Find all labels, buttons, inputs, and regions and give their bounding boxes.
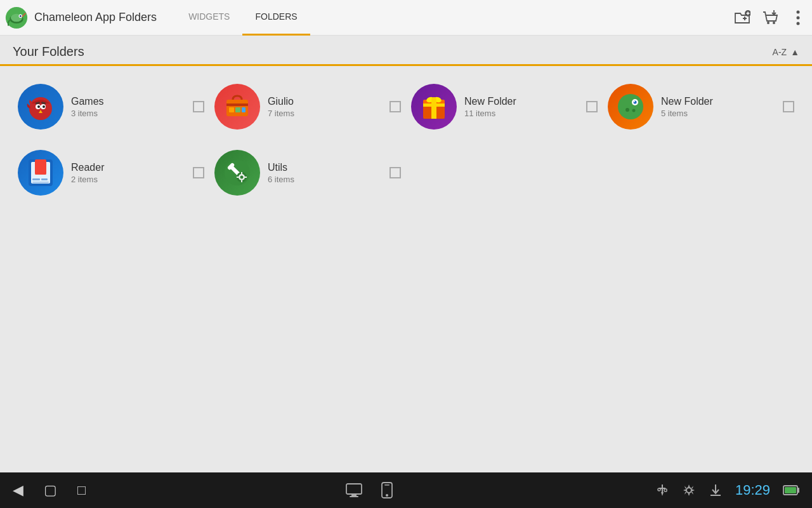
svg-rect-28	[242, 107, 246, 112]
folder-count-reader: 2 items	[71, 175, 193, 184]
folder-checkbox-games[interactable]	[193, 101, 204, 112]
folder-info-reader: Reader 2 items	[71, 162, 193, 184]
folder-count-new1: 11 items	[464, 109, 586, 118]
folder-name-reader: Reader	[71, 162, 193, 173]
more-options-button[interactable]	[789, 9, 807, 27]
sort-control[interactable]: A-Z ▲	[773, 47, 799, 57]
recents-button[interactable]: □	[77, 482, 86, 498]
tab-folders[interactable]: FOLDERS	[242, 0, 310, 36]
reader-icon	[25, 157, 56, 189]
svg-point-10	[767, 22, 769, 24]
svg-rect-76	[785, 487, 796, 493]
folder-icon-giulio	[214, 84, 260, 130]
svg-rect-48	[41, 178, 48, 180]
new-folder-icon	[734, 10, 750, 26]
main-content: Your Folders A-Z ▲	[0, 36, 812, 472]
svg-point-13	[797, 10, 800, 13]
svg-point-40	[634, 101, 635, 102]
svg-point-36	[618, 94, 643, 119]
folder-item-giulio[interactable]: Giulio 7 items	[209, 76, 406, 137]
tabs-container: WIDGETS FOLDERS	[176, 0, 310, 35]
phone-icon	[378, 481, 396, 499]
folder-info-utils: Utils 6 items	[268, 162, 390, 184]
svg-rect-60	[346, 484, 362, 494]
svg-rect-47	[32, 178, 40, 180]
svg-point-71	[686, 488, 691, 493]
folder-info-new2: New Folder 5 items	[661, 96, 783, 118]
svg-point-42	[632, 109, 636, 112]
folder-count-games: 3 items	[71, 109, 193, 118]
svg-point-14	[797, 16, 800, 19]
tab-widgets[interactable]: WIDGETS	[176, 0, 242, 36]
app-bar: Chameleon App Folders WIDGETS FOLDERS	[0, 0, 812, 36]
battery-icon	[783, 485, 799, 496]
folder-checkbox-reader[interactable]	[193, 167, 204, 178]
system-icon	[682, 483, 696, 497]
folders-grid: Games 3 items Gi	[0, 66, 812, 213]
system-clock: 19:29	[735, 482, 770, 498]
folder-count-utils: 6 items	[268, 175, 390, 184]
folders-title: Your Folders	[13, 44, 84, 59]
folder-item-new1[interactable]: New Folder 11 items	[406, 76, 603, 137]
folder-icon-new1	[411, 84, 457, 130]
utils-icon	[221, 157, 253, 189]
svg-rect-26	[229, 107, 234, 112]
svg-point-39	[634, 101, 637, 104]
svg-point-21	[37, 105, 40, 108]
folder-name-games: Games	[71, 96, 193, 107]
folder-count-new2: 5 items	[661, 109, 783, 118]
svg-point-4	[20, 15, 22, 17]
svg-rect-59	[245, 177, 247, 178]
folder-info-games: Games 3 items	[71, 96, 193, 118]
app-logo-icon	[5, 6, 28, 29]
folder-item-reader[interactable]: Reader 2 items	[13, 142, 209, 203]
svg-rect-56	[241, 172, 242, 174]
folder-info-giulio: Giulio 7 items	[268, 96, 390, 118]
bottom-bar: ◀ ▢ □	[0, 472, 812, 508]
app-title: Chameleon App Folders	[34, 11, 157, 24]
screen-icon	[345, 481, 363, 499]
giulio-icon	[221, 91, 253, 123]
folder-checkbox-utils[interactable]	[390, 167, 401, 178]
svg-point-65	[386, 494, 388, 497]
svg-point-22	[43, 105, 45, 108]
svg-point-55	[240, 176, 244, 179]
folder-icon-games	[18, 84, 63, 130]
bottom-nav-right: 19:29	[655, 482, 799, 498]
download-status-icon	[709, 483, 723, 497]
folder-name-new2: New Folder	[661, 96, 783, 107]
new-folder-button[interactable]	[733, 9, 751, 27]
svg-point-15	[797, 22, 800, 25]
bottom-nav-left: ◀ ▢ □	[13, 482, 86, 498]
svg-rect-58	[237, 177, 239, 178]
svg-point-68	[658, 488, 660, 491]
home-button[interactable]: ▢	[44, 482, 57, 498]
svg-rect-61	[351, 494, 357, 496]
svg-rect-49	[32, 182, 49, 183]
svg-point-11	[773, 22, 775, 24]
app-bar-actions	[733, 9, 807, 27]
folder-item-games[interactable]: Games 3 items	[13, 76, 209, 137]
folder-name-new1: New Folder	[464, 96, 586, 107]
folder-name-utils: Utils	[268, 162, 390, 173]
folder-item-new2[interactable]: New Folder 5 items	[603, 76, 799, 137]
svg-rect-64	[384, 485, 390, 486]
folder-info-new1: New Folder 11 items	[464, 96, 586, 118]
sort-label: A-Z	[773, 47, 787, 57]
svg-point-35	[431, 97, 436, 102]
games-icon	[25, 91, 56, 123]
back-button[interactable]: ◀	[13, 482, 23, 498]
folder-checkbox-giulio[interactable]	[390, 101, 401, 112]
download-icon	[762, 10, 778, 26]
sort-arrow-icon: ▲	[790, 47, 799, 57]
folder-checkbox-new2[interactable]	[783, 101, 794, 112]
folder-name-giulio: Giulio	[268, 96, 390, 107]
folder-item-utils[interactable]: Utils 6 items	[209, 142, 406, 203]
download-button[interactable]	[761, 9, 779, 27]
folders-header: Your Folders A-Z ▲	[0, 36, 812, 59]
svg-rect-25	[226, 104, 248, 106]
more-icon	[796, 10, 800, 26]
folder-checkbox-new1[interactable]	[586, 101, 598, 112]
new-folder-1-icon	[418, 91, 450, 123]
folder-count-giulio: 7 items	[268, 109, 390, 118]
